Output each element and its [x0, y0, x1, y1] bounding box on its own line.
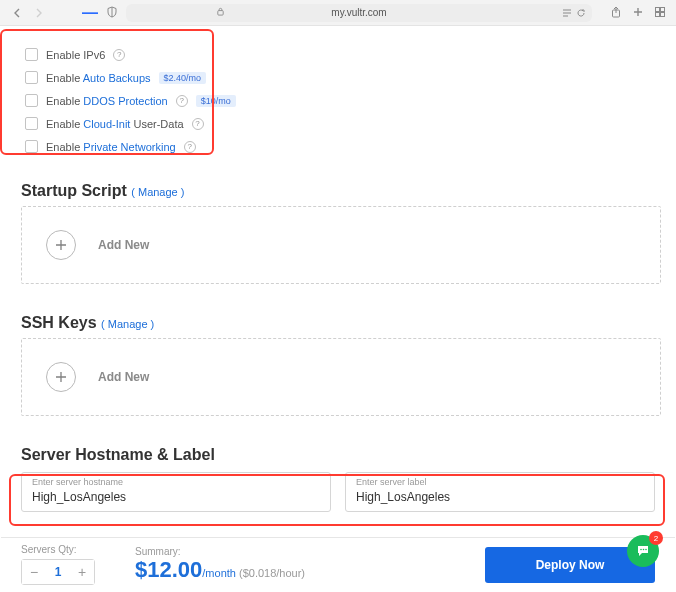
price-display: $12.00/month ($0.018/hour) — [135, 557, 305, 583]
server-label-field[interactable]: Enter server label — [345, 472, 655, 512]
option-link[interactable]: Private Networking — [83, 141, 175, 153]
field-label: Enter server label — [356, 477, 644, 487]
checkbox[interactable] — [25, 94, 38, 107]
nav-back-icon[interactable] — [10, 6, 24, 20]
help-icon[interactable]: ? — [113, 49, 125, 61]
qty-label: Servers Qty: — [21, 544, 95, 555]
tabs-icon[interactable] — [654, 4, 666, 22]
plus-icon — [46, 362, 76, 392]
address-bar[interactable]: my.vultr.com — [126, 4, 592, 22]
section-title-startup: Startup Script ( Manage ) — [21, 182, 655, 200]
svg-point-9 — [640, 549, 642, 551]
price-badge: $2.40/mo — [159, 72, 207, 84]
option-ipv6[interactable]: Enable IPv6 ? — [25, 43, 655, 66]
option-ddos[interactable]: Enable DDOS Protection ? $10/mo — [25, 89, 655, 112]
hostname-field[interactable]: Enter server hostname — [21, 472, 331, 512]
url-text: my.vultr.com — [331, 7, 386, 18]
share-icon[interactable] — [610, 4, 622, 22]
svg-rect-8 — [661, 12, 665, 16]
browser-chrome: — my.vultr.com — [0, 0, 676, 26]
server-label-input[interactable] — [356, 490, 644, 504]
help-icon[interactable]: ? — [176, 95, 188, 107]
svg-rect-5 — [656, 7, 660, 11]
lock-icon — [216, 7, 225, 18]
field-label: Enter server hostname — [32, 477, 320, 487]
reader-reload-icons[interactable] — [562, 8, 586, 18]
manage-link[interactable]: ( Manage ) — [101, 318, 154, 330]
chat-fab[interactable]: 2 — [627, 535, 659, 567]
help-icon[interactable]: ? — [192, 118, 204, 130]
svg-rect-7 — [656, 12, 660, 16]
section-title-ssh: SSH Keys ( Manage ) — [21, 314, 655, 332]
deploy-footer: Servers Qty: − 1 + Summary: $12.00/month… — [1, 537, 675, 591]
plus-icon — [46, 230, 76, 260]
nav-forward-icon[interactable] — [32, 6, 46, 20]
price-badge: $10/mo — [196, 95, 236, 107]
option-auto-backups[interactable]: Enable Auto Backups $2.40/mo — [25, 66, 655, 89]
checkbox[interactable] — [25, 48, 38, 61]
hostname-input[interactable] — [32, 490, 320, 504]
checkbox[interactable] — [25, 117, 38, 130]
option-private-networking[interactable]: Enable Private Networking ? — [25, 135, 655, 158]
qty-stepper[interactable]: − 1 + — [21, 559, 95, 585]
additional-options: Enable IPv6 ? Enable Auto Backups $2.40/… — [21, 37, 655, 160]
summary-label: Summary: — [135, 546, 305, 557]
option-label: Enable IPv6 — [46, 49, 105, 61]
svg-rect-2 — [563, 12, 571, 14]
add-ssh-key-card[interactable]: Add New — [21, 338, 661, 416]
option-label-suffix: User-Data — [130, 118, 183, 130]
svg-rect-0 — [218, 11, 223, 16]
svg-point-10 — [643, 549, 645, 551]
option-label-prefix: Enable — [46, 72, 83, 84]
checkbox[interactable] — [25, 140, 38, 153]
option-link[interactable]: DDOS Protection — [83, 95, 167, 107]
svg-rect-3 — [563, 15, 568, 17]
option-cloudinit[interactable]: Enable Cloud-Init User-Data ? — [25, 112, 655, 135]
qty-decrease-button[interactable]: − — [22, 560, 46, 584]
qty-value: 1 — [46, 565, 70, 579]
option-label-prefix: Enable — [46, 118, 83, 130]
svg-rect-6 — [661, 7, 665, 11]
loading-indicator-icon: — — [82, 4, 98, 22]
help-icon[interactable]: ? — [184, 141, 196, 153]
page-content: Enable IPv6 ? Enable Auto Backups $2.40/… — [0, 26, 676, 592]
option-link[interactable]: Auto Backups — [83, 72, 151, 84]
add-startup-script-card[interactable]: Add New — [21, 206, 661, 284]
section-title-hostname: Server Hostname & Label — [21, 446, 655, 464]
new-tab-icon[interactable] — [632, 4, 644, 22]
option-label-prefix: Enable — [46, 141, 83, 153]
checkbox[interactable] — [25, 71, 38, 84]
option-label-prefix: Enable — [46, 95, 83, 107]
svg-rect-1 — [563, 9, 571, 11]
qty-increase-button[interactable]: + — [70, 560, 94, 584]
notification-badge: 2 — [649, 531, 663, 545]
option-link[interactable]: Cloud-Init — [83, 118, 130, 130]
add-new-label: Add New — [98, 370, 149, 384]
add-new-label: Add New — [98, 238, 149, 252]
manage-link[interactable]: ( Manage ) — [131, 186, 184, 198]
privacy-shield-icon[interactable] — [106, 4, 118, 22]
svg-point-11 — [645, 549, 647, 551]
